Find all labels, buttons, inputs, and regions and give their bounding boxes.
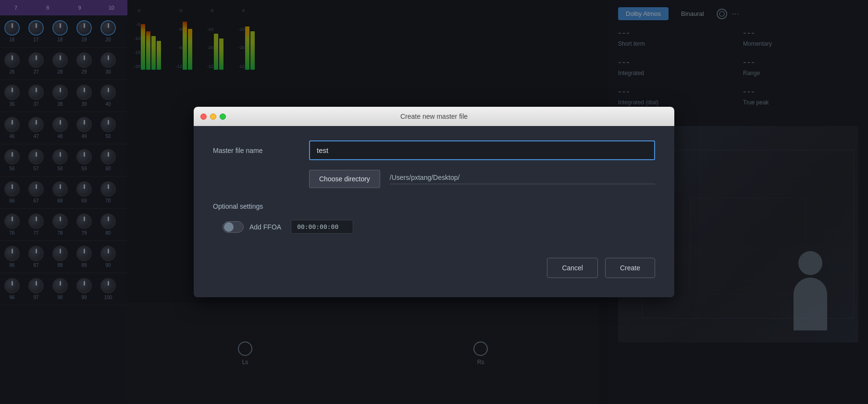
close-button[interactable] (200, 114, 207, 120)
modal-body: Master file name Choose directory /Users… (194, 126, 674, 297)
master-file-name-row: Master file name (213, 140, 655, 160)
modal-footer: Cancel Create (213, 248, 655, 278)
timecode-input[interactable] (291, 220, 353, 234)
optional-settings-section: Optional settings Add FFOA (213, 202, 655, 234)
modal-titlebar: Create new master file (194, 107, 674, 126)
window-buttons (200, 114, 226, 120)
optional-settings-title: Optional settings (213, 202, 655, 210)
toggle-thumb (224, 222, 234, 232)
ffoa-row: Add FFOA (213, 220, 655, 234)
create-master-file-modal: Create new master file Master file name … (194, 107, 674, 297)
create-button[interactable]: Create (605, 258, 655, 278)
add-ffoa-label: Add FFOA (249, 223, 281, 231)
directory-path: /Users/pxtang/Desktop/ (390, 174, 655, 184)
master-file-name-label: Master file name (213, 147, 309, 154)
choose-directory-button[interactable]: Choose directory (309, 170, 380, 188)
ffoa-toggle-container: Add FFOA (223, 221, 281, 233)
minimize-button[interactable] (210, 114, 216, 120)
maximize-button[interactable] (220, 114, 226, 120)
modal-overlay: Create new master file Master file name … (0, 0, 868, 404)
modal-title: Create new master file (400, 113, 468, 120)
directory-row: Choose directory /Users/pxtang/Desktop/ (213, 170, 655, 188)
master-file-name-input[interactable] (309, 140, 655, 160)
cancel-button[interactable]: Cancel (547, 258, 598, 278)
ffoa-toggle[interactable] (223, 221, 244, 233)
